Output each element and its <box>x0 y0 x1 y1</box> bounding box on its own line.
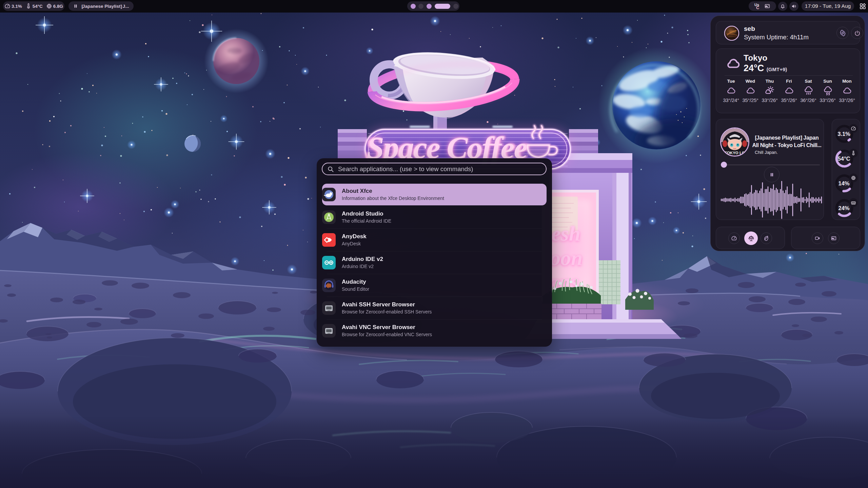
svg-text:24%: 24% <box>838 205 849 211</box>
svg-text:esh: esh <box>551 222 580 245</box>
svg-text:3.1%: 3.1% <box>837 131 850 137</box>
svg-text:54°C: 54°C <box>838 156 850 162</box>
svg-text:oon: oon <box>550 246 583 269</box>
svg-text:14%: 14% <box>838 180 849 186</box>
